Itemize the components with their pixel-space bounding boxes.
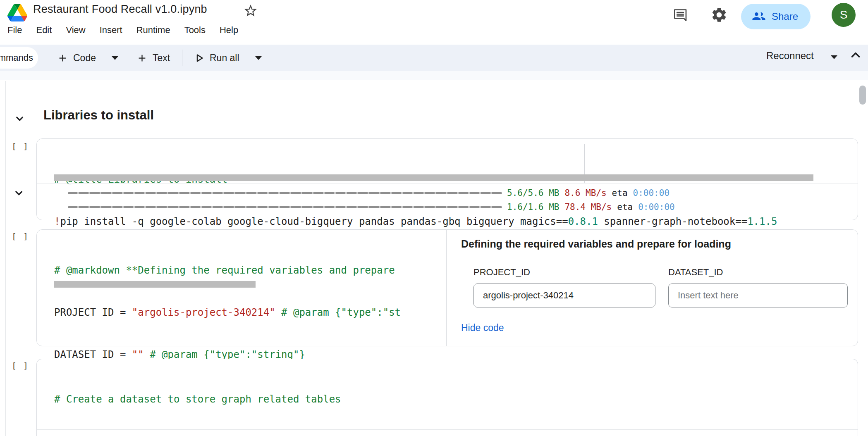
code-comment: # @markdown **Defining the required vari… — [54, 264, 395, 276]
add-text-label: Text — [153, 52, 170, 64]
code-text: pip install -q google-colab google-cloud… — [60, 216, 568, 227]
code-string: "argolis-project-340214" — [132, 307, 275, 318]
progress-speed: 78.4 MB/s — [564, 202, 612, 212]
caret-down-icon — [255, 56, 262, 60]
colab-app: Restaurant Food Recall v1.0.ipynb File E… — [0, 0, 868, 436]
reconnect-button[interactable]: Reconnect — [766, 50, 814, 62]
run-cell-button[interactable]: [ ] — [12, 141, 35, 151]
code-cell-libraries[interactable]: # @title Libraries to install !pip insta… — [36, 138, 858, 220]
output-chevron-icon[interactable] — [12, 187, 25, 199]
pip-progress-line: 5.6/5.6 MB 8.6 MB/s eta 0:00:00 — [68, 186, 670, 200]
form-title: Defining the required variables and prep… — [461, 238, 731, 250]
commands-button[interactable]: ommands — [0, 47, 38, 69]
params-form: Defining the required variables and prep… — [447, 230, 858, 346]
add-code-label: Code — [73, 52, 96, 64]
code-editor[interactable]: # Create a dataset to store graph relate… — [54, 364, 383, 436]
code-cell-variables[interactable]: # @markdown **Defining the required vari… — [36, 229, 858, 346]
menu-help[interactable]: Help — [220, 25, 238, 36]
toolbar-shadow-strip — [0, 71, 868, 80]
star-icon[interactable] — [243, 3, 258, 18]
caret-down-icon — [112, 56, 118, 60]
dataset-id-input[interactable] — [668, 284, 848, 307]
menu-edit[interactable]: Edit — [36, 25, 52, 36]
progress-eta-value: 0:00:00 — [638, 202, 675, 212]
progress-bar — [68, 206, 502, 208]
section-title: Libraries to install — [43, 108, 154, 123]
add-text-button[interactable]: Text — [136, 48, 170, 68]
dataset-id-label: DATASET_ID — [668, 267, 848, 278]
vertical-scrollbar[interactable] — [859, 86, 866, 105]
share-button[interactable]: Share — [741, 4, 811, 29]
pip-progress-line: 1.6/1.6 MB 78.4 MB/s eta 0:00:00 — [68, 200, 675, 214]
code-number: 1.1.5 — [747, 216, 777, 227]
avatar-letter: S — [840, 8, 848, 21]
menu-tools[interactable]: Tools — [184, 25, 206, 36]
cell-bottom-divider — [37, 429, 858, 430]
plus-icon — [57, 52, 68, 64]
add-code-button[interactable]: Code — [57, 48, 118, 68]
toolbar-divider — [182, 50, 182, 66]
menu-view[interactable]: View — [66, 25, 85, 36]
comment-icon[interactable] — [672, 7, 688, 23]
progress-size: 5.6/5.6 MB — [507, 188, 559, 198]
code-comment: # @param {"type":"st — [275, 307, 401, 318]
code-text: spanner-graph-notebook== — [598, 216, 747, 227]
plus-icon — [136, 52, 148, 64]
run-all-button[interactable]: Run all — [194, 48, 262, 68]
content-left-border — [5, 81, 6, 436]
menu-insert[interactable]: Insert — [100, 25, 122, 36]
notebook-header: Restaurant Food Recall v1.0.ipynb File E… — [0, 0, 868, 45]
horizontal-scrollbar[interactable] — [54, 174, 813, 181]
caret-down-icon[interactable] — [831, 55, 837, 59]
run-all-label: Run all — [210, 52, 239, 64]
project-id-label: PROJECT_ID — [473, 267, 655, 278]
toolbar: ommands Code Text Run all Reconnect — [0, 45, 868, 71]
horizontal-scrollbar[interactable] — [54, 281, 256, 288]
menu-runtime[interactable]: Runtime — [136, 25, 170, 36]
code-comment: # Create a dataset to store graph relate… — [54, 393, 341, 405]
share-people-icon — [752, 10, 766, 24]
run-cell-button[interactable]: [ ] — [12, 231, 35, 241]
progress-speed: 8.6 MB/s — [564, 188, 606, 198]
avatar[interactable]: S — [832, 3, 856, 27]
progress-size: 1.6/1.6 MB — [507, 202, 559, 212]
output-divider — [37, 183, 858, 184]
menu-file[interactable]: File — [7, 25, 22, 36]
dataset-id-field: DATASET_ID — [668, 267, 848, 307]
notebook-title[interactable]: Restaurant Food Recall v1.0.ipynb — [33, 3, 207, 16]
menubar: File Edit View Insert Runtime Tools Help — [7, 25, 238, 36]
code-text: PROJECT_ID = — [54, 307, 132, 318]
collapse-up-icon[interactable] — [849, 48, 863, 62]
run-all-icon — [194, 52, 205, 64]
progress-eta-label: eta — [617, 202, 633, 212]
settings-icon[interactable] — [710, 6, 728, 24]
code-number: 0.8.1 — [568, 216, 598, 227]
share-label: Share — [772, 11, 798, 22]
code-cell-create-schema[interactable]: # Create a dataset to store graph relate… — [36, 359, 858, 436]
progress-bar — [68, 192, 502, 194]
section-chevron-icon[interactable] — [13, 112, 26, 125]
run-cell-button[interactable]: [ ] — [12, 361, 35, 371]
code-bang: ! — [54, 216, 60, 227]
hide-code-link[interactable]: Hide code — [461, 322, 504, 334]
drive-logo-icon — [7, 4, 27, 21]
progress-eta-value: 0:00:00 — [633, 188, 670, 198]
progress-eta-label: eta — [612, 188, 628, 198]
project-id-field: PROJECT_ID — [473, 267, 655, 307]
project-id-input[interactable] — [473, 284, 655, 307]
